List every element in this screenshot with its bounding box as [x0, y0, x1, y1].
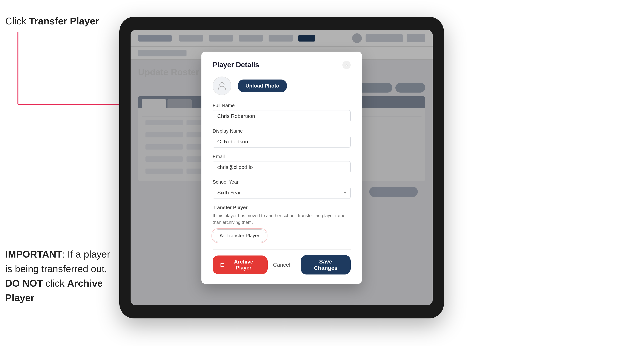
school-year-label: School Year — [212, 179, 351, 185]
transfer-section-label: Transfer Player — [212, 205, 351, 210]
do-not-label: DO NOT — [5, 278, 43, 289]
archive-icon: ◻ — [220, 262, 224, 268]
arrow-indicator — [9, 32, 128, 114]
display-name-label: Display Name — [212, 128, 351, 134]
upload-photo-button[interactable]: Upload Photo — [238, 80, 287, 92]
display-name-input[interactable] — [212, 136, 351, 148]
modal-header: Player Details × — [212, 61, 351, 69]
avatar-placeholder — [212, 77, 231, 95]
modal-overlay: Player Details × Upload Photo Full N — [130, 30, 433, 305]
cancel-button[interactable]: Cancel — [268, 259, 296, 271]
full-name-group: Full Name — [212, 103, 351, 122]
transfer-section: Transfer Player If this player has moved… — [212, 205, 351, 242]
school-year-select[interactable]: Sixth Year First Year Second Year Third … — [212, 187, 351, 199]
photo-row: Upload Photo — [212, 77, 351, 95]
archive-btn-label: Archive Player — [227, 259, 260, 271]
transfer-player-button[interactable]: ↻ Transfer Player — [212, 229, 266, 242]
email-label: Email — [212, 154, 351, 160]
instruction-top: Click Transfer Player — [5, 15, 99, 27]
modal-footer: ◻ Archive Player Cancel Save Changes — [212, 249, 351, 275]
important-label: IMPORTANT — [5, 249, 62, 260]
footer-right: Cancel Save Changes — [268, 255, 351, 275]
display-name-group: Display Name — [212, 128, 351, 148]
email-group: Email — [212, 154, 351, 173]
instruction-action: Transfer Player — [29, 16, 99, 26]
modal-title: Player Details — [212, 61, 259, 69]
school-year-group: School Year Sixth Year First Year Second… — [212, 179, 351, 199]
transfer-description: If this player has moved to another scho… — [212, 212, 351, 226]
tablet-screen: Update Roster — [130, 30, 433, 305]
archive-player-button[interactable]: ◻ Archive Player — [212, 255, 268, 274]
player-details-modal: Player Details × Upload Photo Full N — [202, 52, 362, 284]
transfer-player-btn-label: Transfer Player — [226, 233, 260, 239]
refresh-icon: ↻ — [220, 233, 224, 239]
instruction-bottom: IMPORTANT: If a player is being transfer… — [5, 247, 114, 305]
full-name-label: Full Name — [212, 103, 351, 108]
modal-close-button[interactable]: × — [342, 61, 351, 69]
school-year-select-wrapper: Sixth Year First Year Second Year Third … — [212, 187, 351, 199]
full-name-input[interactable] — [212, 110, 351, 122]
tablet-device: Update Roster — [119, 17, 444, 319]
email-input[interactable] — [212, 161, 351, 173]
save-changes-button[interactable]: Save Changes — [301, 255, 351, 275]
